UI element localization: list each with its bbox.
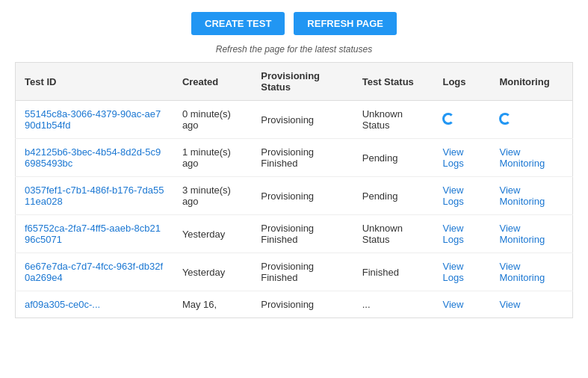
test-id-link[interactable]: 55145c8a-3066-4379-90ac-ae790d1b54fd <box>25 108 161 131</box>
cell-provisioning-status: Provisioning <box>252 101 353 139</box>
table-wrapper: Test ID Created Provisioning Status Test… <box>0 62 588 333</box>
table-row: f65752ca-2fa7-4ff5-aaeb-8cb2196c5071Yest… <box>16 215 573 253</box>
cell-test-id: 55145c8a-3066-4379-90ac-ae790d1b54fd <box>16 101 173 139</box>
cell-monitoring: View Monitoring <box>490 139 572 177</box>
cell-created: Yesterday <box>173 253 252 291</box>
cell-logs: View <box>433 291 490 318</box>
cell-monitoring <box>490 101 572 139</box>
col-header-logs: Logs <box>433 63 490 101</box>
cell-logs: View Logs <box>433 253 490 291</box>
table-header-row: Test ID Created Provisioning Status Test… <box>16 63 573 101</box>
test-id-link[interactable]: 0357fef1-c7b1-486f-b176-7da5511ea028 <box>25 185 164 207</box>
cell-test-id: af09a305-ce0c-... <box>16 291 173 318</box>
toolbar: CREATE TEST REFRESH PAGE <box>0 0 588 44</box>
cell-test-status: Unknown Status <box>353 101 434 139</box>
cell-monitoring: View <box>490 291 572 318</box>
logs-spinner <box>442 113 454 125</box>
col-header-test-status: Test Status <box>353 63 434 101</box>
table-row: af09a305-ce0c-...May 16,Provisioning...V… <box>16 291 573 318</box>
view-monitoring-link[interactable]: View Monitoring <box>499 146 563 169</box>
cell-test-id: f65752ca-2fa7-4ff5-aaeb-8cb2196c5071 <box>16 215 173 253</box>
test-id-link[interactable]: f65752ca-2fa7-4ff5-aaeb-8cb2196c5071 <box>25 223 161 245</box>
cell-test-id: 6e67e7da-c7d7-4fcc-963f-db32f0a269e4 <box>16 253 173 291</box>
cell-logs: View Logs <box>433 139 490 177</box>
view-logs-link[interactable]: View <box>442 299 481 310</box>
table-row: 6e67e7da-c7d7-4fcc-963f-db32f0a269e4Yest… <box>16 253 573 291</box>
view-logs-link[interactable]: View Logs <box>442 185 481 207</box>
view-monitoring-link[interactable]: View <box>499 299 563 310</box>
col-header-created: Created <box>173 63 252 101</box>
create-test-button[interactable]: CREATE TEST <box>191 12 285 35</box>
cell-provisioning-status: Provisioning Finished <box>252 139 353 177</box>
view-monitoring-link[interactable]: View Monitoring <box>499 185 563 207</box>
cell-test-id: 0357fef1-c7b1-486f-b176-7da5511ea028 <box>16 177 173 215</box>
table-row: 55145c8a-3066-4379-90ac-ae790d1b54fd0 mi… <box>16 101 573 139</box>
test-id-link[interactable]: af09a305-ce0c-... <box>25 299 100 310</box>
view-monitoring-link[interactable]: View Monitoring <box>499 223 563 245</box>
cell-test-status: Pending <box>353 139 434 177</box>
cell-test-status: Finished <box>353 253 434 291</box>
view-logs-link[interactable]: View Logs <box>442 223 481 245</box>
view-logs-link[interactable]: View Logs <box>442 261 481 283</box>
view-monitoring-link[interactable]: View Monitoring <box>499 261 563 283</box>
cell-test-id: b42125b6-3bec-4b54-8d2d-5c96985493bc <box>16 139 173 177</box>
cell-provisioning-status: Provisioning <box>252 177 353 215</box>
cell-created: 3 minute(s) ago <box>173 177 252 215</box>
cell-monitoring: View Monitoring <box>490 177 572 215</box>
cell-created: 1 minute(s) ago <box>173 139 252 177</box>
cell-test-status: ... <box>353 291 434 318</box>
cell-logs: View Logs <box>433 177 490 215</box>
test-id-link[interactable]: b42125b6-3bec-4b54-8d2d-5c96985493bc <box>25 146 161 169</box>
monitoring-spinner <box>499 113 511 125</box>
table-row: 0357fef1-c7b1-486f-b176-7da5511ea0283 mi… <box>16 177 573 215</box>
refresh-page-button[interactable]: REFRESH PAGE <box>294 12 397 35</box>
cell-provisioning-status: Provisioning Finished <box>252 215 353 253</box>
cell-test-status: Pending <box>353 177 434 215</box>
status-table: Test ID Created Provisioning Status Test… <box>15 62 573 318</box>
col-header-provisioning-status: Provisioning Status <box>252 63 353 101</box>
view-logs-link[interactable]: View Logs <box>442 146 481 169</box>
col-header-test-id: Test ID <box>16 63 173 101</box>
col-header-monitoring: Monitoring <box>490 63 572 101</box>
cell-created: Yesterday <box>173 215 252 253</box>
cell-monitoring: View Monitoring <box>490 253 572 291</box>
cell-monitoring: View Monitoring <box>490 215 572 253</box>
cell-created: 0 minute(s) ago <box>173 101 252 139</box>
test-id-link[interactable]: 6e67e7da-c7d7-4fcc-963f-db32f0a269e4 <box>25 261 163 283</box>
cell-logs <box>433 101 490 139</box>
cell-logs: View Logs <box>433 215 490 253</box>
cell-provisioning-status: Provisioning Finished <box>252 253 353 291</box>
cell-test-status: Unknown Status <box>353 215 434 253</box>
cell-created: May 16, <box>173 291 252 318</box>
cell-provisioning-status: Provisioning <box>252 291 353 318</box>
refresh-note: Refresh the page for the latest statuses <box>0 44 588 55</box>
table-row: b42125b6-3bec-4b54-8d2d-5c96985493bc1 mi… <box>16 139 573 177</box>
